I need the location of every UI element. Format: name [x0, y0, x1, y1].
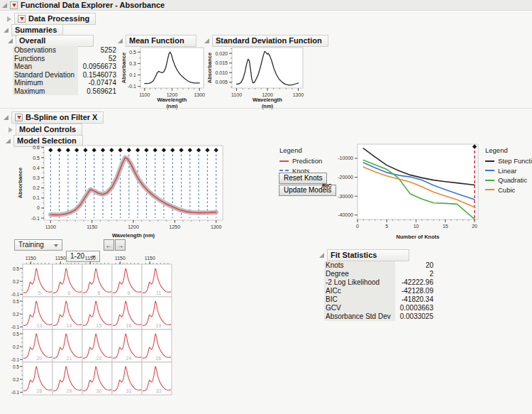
- legend-swatch: [279, 170, 289, 171]
- svg-text:Absorbance: Absorbance: [206, 53, 213, 83]
- table-row-label: Knots: [324, 261, 395, 270]
- table-row-value: 20: [395, 261, 435, 270]
- svg-text:1150: 1150: [85, 256, 96, 261]
- svg-text:-0.1: -0.1: [128, 84, 136, 89]
- legend-label: Quadratic: [498, 175, 527, 185]
- svg-text:26: 26: [156, 356, 162, 361]
- legend-items: Step FunctionsLinearQuadraticCubic: [485, 156, 532, 195]
- table-row-value: -41820.34: [395, 295, 435, 304]
- svg-text:8: 8: [98, 290, 101, 295]
- table-row-value: 5252: [78, 46, 118, 55]
- table-row-label: Mean: [13, 62, 78, 71]
- svg-text:-30000: -30000: [338, 194, 353, 199]
- table-row: GCV0.0003663: [324, 304, 435, 312]
- table-row-label: BIC: [324, 295, 395, 304]
- disclosure-open-icon[interactable]: [8, 38, 13, 43]
- fit-statistics-table: Knots20Degree2-2 Log Likelihood-42222.96…: [324, 261, 435, 321]
- bic-model-comparison-chart[interactable]: -10000-20000-30000-4000005101520Number o…: [321, 140, 482, 241]
- training-curves-grid: 5689111314151819202122242628293031331150…: [4, 251, 173, 398]
- svg-text:30: 30: [96, 388, 102, 393]
- svg-text:0.020: 0.020: [215, 51, 228, 56]
- table-row-label: Absorbance Std Dev: [324, 312, 395, 321]
- svg-text:29: 29: [67, 388, 72, 393]
- svg-text:0.005: 0.005: [215, 80, 228, 85]
- disclosure-open-icon[interactable]: [319, 253, 324, 258]
- red-triangle-menu-icon[interactable]: [18, 15, 26, 23]
- table-row-label: -2 Log Likelihood: [324, 278, 395, 287]
- table-row: Degree2: [324, 270, 435, 278]
- section-divider: [0, 108, 532, 109]
- svg-text:0: 0: [356, 224, 359, 229]
- table-row-label: Observations: [13, 46, 78, 55]
- red-triangle-menu-icon[interactable]: [15, 114, 23, 121]
- table-row-value: 0.569621: [78, 87, 118, 96]
- svg-text:0.3: 0.3: [129, 61, 136, 66]
- svg-text:-0.1: -0.1: [11, 292, 20, 297]
- table-row-label: Minimum: [13, 79, 78, 87]
- svg-text:5: 5: [385, 224, 388, 229]
- svg-text:1150: 1150: [145, 256, 155, 261]
- svg-text:1150: 1150: [26, 256, 36, 261]
- table-row-value: -42222.96: [395, 278, 435, 287]
- prev-page-button[interactable]: ←: [104, 239, 114, 251]
- svg-text:-10000: -10000: [338, 156, 353, 160]
- outline-label: Fit Statistics: [331, 251, 377, 259]
- legend-swatch: [485, 170, 494, 171]
- svg-text:Wavelength (nm): Wavelength (nm): [112, 232, 155, 239]
- svg-text:0.1: 0.1: [129, 72, 136, 77]
- svg-text:0.5: 0.5: [13, 332, 19, 337]
- svg-text:0.6: 0.6: [33, 145, 40, 150]
- red-triangle-menu-icon[interactable]: [10, 1, 18, 9]
- legend-item: Linear: [485, 166, 532, 176]
- disclosure-open-icon[interactable]: [4, 28, 9, 33]
- table-row-value: 2: [395, 270, 435, 278]
- overall-summary-table: Observations5252Functions52Mean0.0956673…: [13, 46, 118, 95]
- table-row-label: Maximum: [13, 87, 78, 96]
- disclosure-closed-icon[interactable]: [7, 16, 11, 22]
- outline-label: Overall: [19, 36, 45, 45]
- legend-swatch: [279, 160, 289, 162]
- disclosure-open-icon[interactable]: [118, 38, 123, 43]
- outline-bspline[interactable]: B-Spline on Filter X: [11, 111, 104, 124]
- outline-fit-statistics[interactable]: Fit Statistics: [327, 249, 409, 261]
- table-row-label: GCV: [324, 304, 395, 312]
- training-set-dropdown[interactable]: Training: [14, 239, 62, 251]
- model-type-legend: Legend Step FunctionsLinearQuadraticCubi…: [485, 146, 532, 195]
- svg-text:0.2: 0.2: [13, 279, 19, 284]
- table-row: -2 Log Likelihood-42222.96: [324, 278, 435, 287]
- svg-text:-0.1: -0.1: [11, 390, 20, 395]
- spline-fit-chart[interactable]: 0.60.50.40.30.20.10-0.111001150120012501…: [17, 140, 227, 239]
- table-row-label: Degree: [324, 270, 395, 278]
- svg-text:0.5: 0.5: [33, 156, 40, 160]
- svg-text:0.4: 0.4: [33, 165, 40, 170]
- svg-text:31: 31: [126, 388, 132, 393]
- outline-row-data-processing: Data Processing: [7, 13, 96, 25]
- table-row: Observations5252: [13, 46, 118, 55]
- svg-text:Wavelength: Wavelength: [253, 97, 282, 103]
- outline-overall[interactable]: Overall: [16, 35, 94, 47]
- svg-text:Number of Knots: Number of Knots: [397, 234, 440, 240]
- outline-data-processing[interactable]: Data Processing: [14, 13, 96, 25]
- disclosure-closed-icon[interactable]: [9, 127, 13, 133]
- disclosure-open-icon[interactable]: [6, 138, 11, 143]
- table-row: Minimum-0.07474: [13, 79, 118, 87]
- disclosure-open-icon[interactable]: [2, 3, 7, 8]
- svg-text:Absorbance: Absorbance: [17, 168, 23, 198]
- disclosure-open-icon[interactable]: [4, 115, 9, 120]
- svg-text:13: 13: [37, 323, 43, 328]
- disclosure-open-icon[interactable]: [204, 38, 209, 43]
- table-row-value: 0.1546073: [78, 71, 118, 80]
- svg-text:15: 15: [443, 224, 448, 229]
- svg-text:9: 9: [128, 290, 131, 295]
- svg-text:20: 20: [37, 356, 43, 361]
- svg-text:1100: 1100: [231, 92, 242, 97]
- table-row: Knots20: [324, 261, 435, 270]
- svg-text:22: 22: [96, 356, 102, 361]
- legend-swatch: [485, 189, 494, 190]
- table-row-value: -42128.09: [395, 287, 435, 295]
- outline-row-fit-statistics: Fit Statistics: [319, 249, 409, 261]
- svg-text:28: 28: [37, 388, 43, 393]
- table-row: Absorbance Std Dev0.0033025: [324, 312, 435, 321]
- outline-model-controls[interactable]: Model Controls: [16, 124, 82, 136]
- next-page-button[interactable]: →: [115, 239, 126, 251]
